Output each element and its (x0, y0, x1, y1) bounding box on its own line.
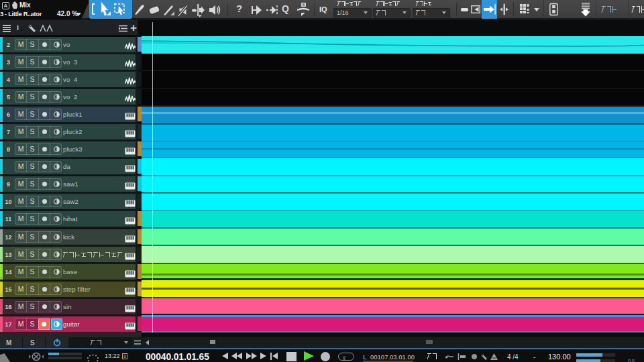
svg-text:B: B (303, 3, 305, 7)
